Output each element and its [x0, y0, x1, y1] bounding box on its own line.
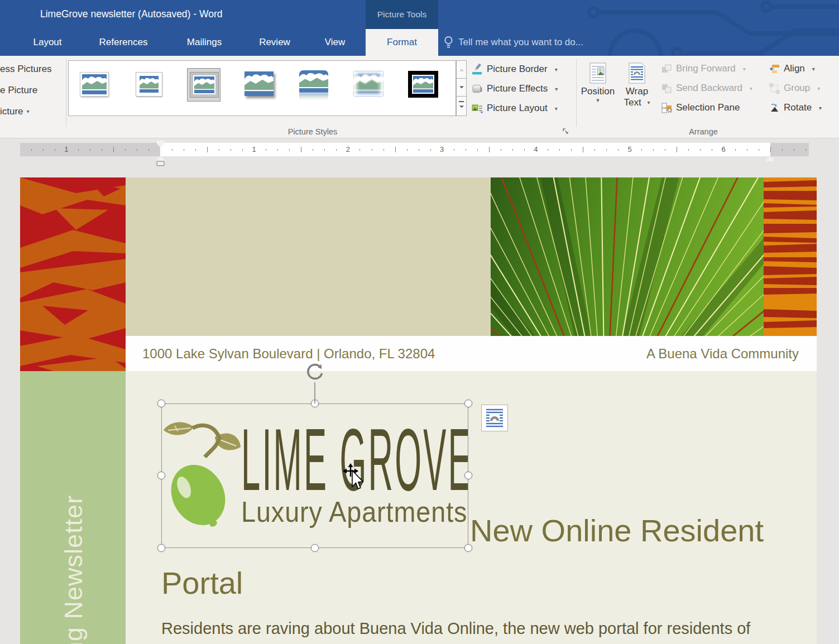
gallery-scroll-up-button[interactable]: [456, 60, 467, 79]
ruler-number: 3: [440, 145, 444, 153]
picture-effects-icon: [472, 83, 483, 94]
reset-picture-button-clipped[interactable]: icture▾: [0, 104, 30, 119]
gallery-scroll-down-button[interactable]: [456, 78, 467, 97]
orange-stripe-pattern-image[interactable]: [764, 177, 817, 336]
picture-style-simple-frame-white[interactable]: [78, 68, 111, 102]
tan-banner-block: [126, 177, 491, 336]
tell-me-box[interactable]: Tell me what you want to do...: [444, 29, 583, 56]
ruler-number: 4: [534, 145, 538, 153]
resize-handle-bottom-left[interactable]: [157, 544, 165, 552]
picture-style-soft-edge-rectangle[interactable]: [352, 68, 385, 102]
group-icon: [769, 83, 780, 94]
selection-pane-button[interactable]: Selection Pane: [661, 99, 740, 116]
hanging-indent-marker[interactable]: [157, 156, 164, 161]
compress-pictures-button-clipped[interactable]: ess Pictures: [0, 62, 52, 76]
dropdown-caret-icon: ▼: [579, 98, 616, 103]
move-cursor-icon: [343, 463, 367, 491]
layout-options-button[interactable]: [481, 405, 508, 431]
tab-mailings[interactable]: Mailings: [176, 29, 232, 56]
wrap-text-button[interactable]: Wrap Text ▾: [619, 59, 655, 127]
change-picture-button-clipped[interactable]: e Picture: [0, 83, 37, 98]
picture-styles-group-label: Picture Styles: [257, 127, 368, 136]
align-icon: [769, 64, 780, 74]
picture-border-button[interactable]: Picture Border▾: [472, 60, 558, 78]
group-separator: [66, 59, 66, 127]
ruler-number: 1: [64, 145, 68, 153]
selection-pane-icon: [661, 103, 672, 113]
lightbulb-icon: [444, 35, 453, 50]
position-icon: [589, 63, 606, 84]
tab-format-active[interactable]: Format: [366, 29, 438, 56]
tab-references[interactable]: References: [89, 29, 157, 56]
picture-layout-button[interactable]: Picture Layout▾: [472, 99, 558, 117]
layout-options-icon: [486, 408, 504, 428]
ruler-number: 6: [722, 145, 726, 153]
picture-style-reflected-rounded-rectangle[interactable]: [297, 68, 330, 102]
arrange-group-label: Arrange: [648, 127, 759, 136]
send-backward-button[interactable]: Send Backward▾: [661, 80, 752, 97]
address-strip[interactable]: 1000 Lake Sylvan Boulevard | Orlando, FL…: [126, 336, 817, 371]
rotate-handle-stem: [314, 382, 315, 403]
align-button[interactable]: Align▾: [769, 60, 815, 77]
tab-review[interactable]: Review: [251, 29, 298, 56]
picture-border-icon: [472, 64, 483, 75]
bring-forward-icon: [661, 64, 672, 74]
document-title: LimeGrove newsletter (Autosaved) - Word: [40, 8, 222, 20]
document-page[interactable]: 1000 Lake Sylvan Boulevard | Orlando, FL…: [20, 177, 817, 644]
picture-style-beveled-matte-white[interactable]: [132, 68, 166, 102]
ruler-number: 5: [627, 145, 631, 153]
rotate-handle-icon[interactable]: [304, 362, 325, 383]
circuit-decoration: [577, 0, 839, 56]
right-indent-marker[interactable]: [766, 156, 774, 161]
picture-styles-gallery: [68, 60, 456, 116]
ribbon: ess Pictures e Picture icture▾ Picture B…: [0, 56, 839, 138]
palm-leaf-photo[interactable]: [491, 177, 764, 336]
dropdown-caret-icon: ▾: [27, 108, 30, 114]
title-bar: LimeGrove newsletter (Autosaved) - Word …: [0, 0, 839, 56]
heading-line-1[interactable]: New Online Resident: [470, 512, 764, 549]
picture-styles-dialog-launcher[interactable]: [562, 127, 570, 136]
resize-handle-top-right[interactable]: [464, 400, 472, 407]
ruler-number: 1: [252, 145, 256, 153]
tab-layout[interactable]: Layout: [25, 29, 70, 56]
rotate-button[interactable]: Rotate▾: [769, 99, 822, 116]
gallery-more-button[interactable]: [456, 96, 467, 116]
resize-handle-middle-left[interactable]: [157, 472, 165, 479]
picture-layout-icon: [472, 103, 483, 114]
bring-forward-button[interactable]: Bring Forward▾: [661, 60, 746, 77]
newsletter-vertical-text[interactable]: ng Newsletter: [59, 495, 88, 644]
body-paragraph[interactable]: Residents are raving about Buena Vida On…: [161, 616, 792, 641]
group-button[interactable]: Group▾: [769, 80, 820, 97]
ruler-area: 1123456: [0, 138, 839, 173]
red-zigzag-pattern-image[interactable]: [20, 177, 126, 371]
group-separator: [576, 59, 577, 127]
resize-handle-middle-right[interactable]: [464, 472, 472, 479]
picture-style-drop-shadow-rectangle[interactable]: [242, 68, 276, 102]
resize-handle-bottom-right[interactable]: [464, 544, 472, 552]
tell-me-label: Tell me what you want to do...: [458, 37, 583, 48]
send-backward-icon: [661, 83, 672, 94]
image-selection-border[interactable]: [161, 403, 468, 548]
rotate-icon: [769, 103, 780, 113]
picture-effects-button[interactable]: Picture Effects▾: [472, 80, 558, 98]
resize-handle-top-left[interactable]: [157, 400, 165, 407]
address-line: 1000 Lake Sylvan Boulevard | Orlando, FL…: [142, 336, 435, 371]
document-area: 1000 Lake Sylvan Boulevard | Orlando, FL…: [0, 173, 839, 644]
position-button[interactable]: Position ▼: [579, 59, 616, 127]
scroll-up-icon: [459, 66, 464, 71]
wrap-text-icon: [629, 63, 645, 84]
picture-style-metal-frame[interactable]: [187, 68, 220, 102]
picture-tools-contextual-label: Picture Tools: [366, 0, 438, 29]
picture-style-simple-frame-black[interactable]: [406, 68, 440, 102]
left-indent-marker[interactable]: [157, 161, 164, 166]
community-label: A Buena Vida Community: [646, 336, 799, 371]
scroll-down-icon: [459, 86, 464, 90]
tab-view[interactable]: View: [315, 29, 355, 56]
ruler-number: 2: [346, 145, 350, 153]
gallery-more-icon: [459, 105, 464, 110]
word-application-window: LimeGrove newsletter (Autosaved) - Word …: [0, 0, 839, 644]
heading-line-2[interactable]: Portal: [161, 565, 243, 601]
ruler: 1123456: [20, 143, 809, 156]
ruler-right-margin: [770, 143, 809, 156]
resize-handle-bottom-middle[interactable]: [311, 544, 319, 552]
